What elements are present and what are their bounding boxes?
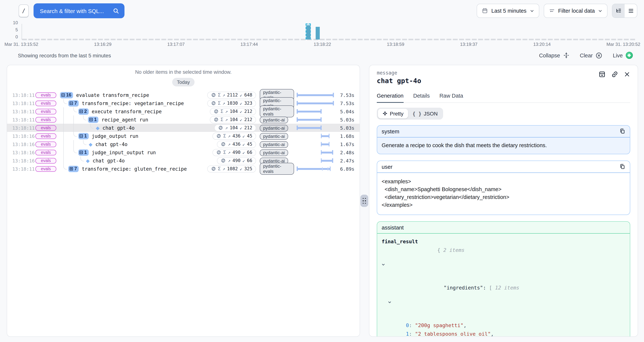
evals-badge[interactable]: evals (36, 150, 56, 155)
sigma-total-icon: Σ (223, 133, 226, 138)
collapse-count-pill[interactable]: ⊟1 (88, 116, 98, 123)
user-message-text: <examples> <dish_name>Spaghetti Bolognes… (382, 178, 625, 209)
list-view-toggle[interactable] (624, 4, 637, 18)
item-count-hint: 2 items (443, 246, 464, 254)
trace-row[interactable]: 13:18:11evals◆chat gpt-4o↗104↙212pydanti… (7, 124, 360, 132)
evals-badge[interactable]: evals (36, 133, 56, 139)
evals-badge[interactable]: evals (36, 92, 56, 98)
filter-local-data-button[interactable]: Filter local data (544, 4, 608, 18)
live-toggle[interactable]: Live (613, 52, 633, 59)
collapse-count-pill[interactable]: ⊞7 (68, 166, 79, 172)
json-root-row[interactable]: {2 items (382, 246, 625, 283)
evals-badge[interactable]: evals (36, 117, 56, 122)
tab-details[interactable]: Details (413, 93, 430, 102)
token-usage-pill[interactable]: Σ↗104↙212 (210, 116, 256, 123)
scope-tag[interactable]: pydantic-evals (260, 106, 294, 117)
collapse-count-pill[interactable]: ⊟2 (78, 108, 89, 114)
descendant-count: 7 (74, 166, 77, 171)
duration-text: 6.89s (336, 166, 360, 172)
tab-generation[interactable]: Generation (377, 93, 404, 103)
live-indicator-icon (626, 52, 633, 59)
row-timestamp: 13:18:16 (7, 158, 36, 163)
trace-row[interactable]: 13:18:16evals◆chat gpt-4o↗436↙45pydantic… (7, 140, 360, 148)
token-usage-pill[interactable]: ↗104↙212 (214, 124, 256, 131)
time-range-button[interactable]: Last 5 minutes (477, 4, 539, 18)
evals-badge[interactable]: evals (36, 142, 56, 147)
token-coin-icon (211, 92, 216, 98)
sigma-total-icon: Σ (218, 166, 220, 171)
token-usage-pill[interactable]: ↗436↙45 (217, 141, 256, 148)
panel-divider (360, 65, 369, 337)
today-pill[interactable]: Today (172, 78, 194, 86)
token-usage-pill[interactable]: Σ↗490↙66 (212, 149, 256, 156)
token-coin-icon (218, 125, 223, 130)
histogram-plot[interactable] (22, 24, 636, 40)
view-json-button[interactable]: { }JSON (408, 108, 442, 118)
token-usage-pill[interactable]: Σ↗436↙45 (212, 132, 256, 140)
evals-badge[interactable]: evals (36, 125, 56, 130)
scope-tag[interactable]: pydantic-evals (260, 163, 294, 175)
output-tokens-arrow-icon: ↙ (240, 166, 242, 171)
token-usage-pill[interactable]: Σ↗104↙212 (210, 108, 256, 115)
scope-tag[interactable]: pydantic-ai (260, 149, 288, 156)
duration-bar-cap (321, 134, 322, 138)
x-tick-label: 13:20:14 (533, 42, 551, 47)
input-tokens-value: 2112 (227, 92, 238, 98)
trace-row[interactable]: 13:18:11evals⊟1recipe_agent runΣ↗104↙212… (7, 116, 360, 124)
search-button[interactable]: Search & filter with SQL... (34, 3, 124, 18)
input-tokens-arrow-icon: ↗ (222, 92, 225, 98)
trace-row[interactable]: 13:18:11evals⊟2execute transform_recipeΣ… (7, 107, 360, 116)
input-tokens-value: 490 (232, 150, 240, 155)
input-tokens-arrow-icon: ↗ (225, 117, 228, 122)
scope-tag[interactable]: pydantic-ai (260, 124, 288, 131)
tree-cell: ◆chat gpt-4o↗436↙45 (60, 140, 256, 148)
histogram-bar[interactable] (316, 27, 320, 40)
copy-button[interactable] (620, 164, 625, 170)
duration-text: 5.03s (336, 117, 360, 122)
evals-badge[interactable]: evals (36, 158, 56, 163)
tab-raw-data[interactable]: Raw Data (440, 93, 463, 102)
evals-badge[interactable]: evals (36, 108, 56, 114)
descendant-count: 1 (84, 133, 87, 138)
trace-row[interactable]: 13:18:16evals⊟1judge_output runΣ↗436↙45p… (7, 132, 360, 140)
token-usage-pill[interactable]: ↗490↙66 (217, 157, 256, 164)
clear-button[interactable]: Clear (580, 52, 602, 59)
json-key-row[interactable]: "ingredients": [12 items (382, 283, 625, 321)
scope-tag[interactable]: pydantic-ai (260, 141, 288, 148)
evals-badge[interactable]: evals (36, 100, 56, 106)
copy-link-button[interactable] (611, 71, 618, 78)
collapse-count-pill[interactable]: ⊟7 (68, 100, 79, 106)
trace-row[interactable]: 13:18:16evals◆chat gpt-4o↗490↙66pydantic… (7, 156, 360, 165)
collapse-button[interactable]: Collapse (539, 52, 570, 58)
token-usage-pill[interactable]: Σ↗2112↙648 (207, 92, 256, 98)
collapse-count-pill[interactable]: ⊟1 (78, 149, 89, 156)
view-pretty-button[interactable]: Pretty (378, 108, 408, 118)
token-usage-pill[interactable]: Σ↗1030↙323 (207, 100, 256, 107)
slash-shortcut-key[interactable]: / (19, 4, 29, 17)
tree-view-icon (616, 8, 622, 14)
input-tokens-arrow-icon: ↗ (225, 125, 228, 130)
duration-text: 1.67s (336, 142, 360, 147)
json-array-item[interactable]: 0: "200g spaghetti", (382, 321, 625, 330)
collapse-count-pill[interactable]: ⊟1 (78, 133, 89, 139)
span-label: transform_recipe: vegetarian_recipe (82, 100, 184, 106)
scope-tag[interactable]: pydantic-ai (260, 133, 288, 140)
tree-guide-line (73, 140, 77, 148)
trace-row[interactable]: 13:18:16evals⊟1judge_input_output runΣ↗4… (7, 148, 360, 156)
trace-row[interactable]: 13:18:11evals⊟16evaluate transform_recip… (7, 91, 360, 99)
tree-view-toggle[interactable] (612, 4, 624, 18)
trace-row[interactable]: 13:18:11evals⊞7transform_recipe: gluten_… (7, 165, 360, 173)
scope-tag[interactable]: pydantic-ai (260, 116, 288, 123)
json-array-item[interactable]: 1: "2 tablespoons olive oil", (382, 330, 625, 337)
archive-span-button[interactable] (598, 71, 606, 78)
copy-button[interactable] (620, 128, 625, 134)
token-usage-pill[interactable]: Σ↗1082↙325 (207, 165, 256, 172)
evals-badge[interactable]: evals (36, 166, 56, 172)
close-panel-button[interactable] (624, 71, 630, 78)
tree-elbow-connector (83, 140, 86, 145)
collapse-count-pill[interactable]: ⊟16 (60, 92, 73, 98)
histogram-bar[interactable] (306, 25, 311, 40)
duration-bar-cap (332, 150, 333, 154)
trace-row[interactable]: 13:18:11evals⊟7transform_recipe: vegetar… (7, 99, 360, 107)
panel-resize-handle[interactable] (360, 195, 368, 207)
